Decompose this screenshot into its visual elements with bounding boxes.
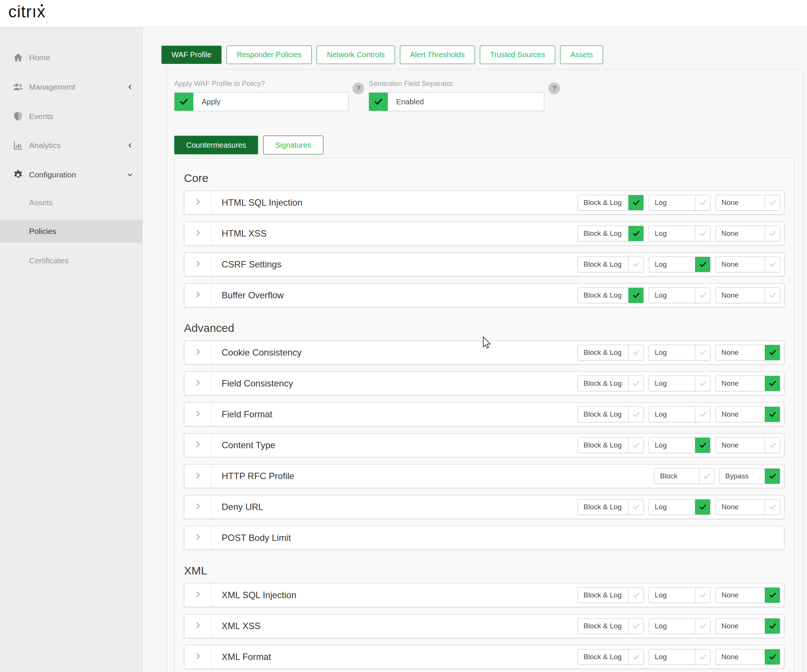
sidebar-item-management[interactable]: Management — [0, 76, 142, 98]
row-expander[interactable] — [184, 341, 211, 364]
row-expander[interactable] — [184, 403, 211, 426]
option-html-xss-log[interactable]: Log — [649, 226, 711, 242]
option-xml-sql-injection-none[interactable]: None — [716, 587, 780, 603]
row-expander[interactable] — [184, 614, 211, 638]
chevron-right-icon — [193, 533, 203, 543]
tab-signatures[interactable]: Signatures — [263, 136, 324, 154]
option-cookie-consistency-none[interactable]: None — [716, 345, 780, 361]
unchecked-checkbox-icon — [628, 438, 643, 453]
sidebar-item-configuration[interactable]: Configuration — [0, 164, 142, 186]
option-xml-xss-block-log[interactable]: Block & Log — [578, 618, 644, 634]
sidebar-item-label: Policies — [29, 227, 56, 236]
option-field-format-log[interactable]: Log — [649, 406, 711, 422]
option-html-sql-injection-log[interactable]: Log — [649, 195, 711, 210]
row-expander[interactable] — [184, 465, 211, 488]
sidebar-item-home[interactable]: Home — [0, 47, 142, 69]
chevron-right-icon — [193, 440, 203, 450]
option-label: Block & Log — [578, 345, 628, 360]
option-deny-url-none[interactable]: None — [716, 499, 780, 515]
option-xml-xss-none[interactable]: None — [716, 618, 780, 634]
tab-trusted-sources[interactable]: Trusted Sources — [480, 46, 555, 64]
option-content-type-log[interactable]: Log — [649, 437, 711, 453]
unchecked-checkbox-icon — [699, 468, 714, 484]
option-xml-format-block-log[interactable]: Block & Log — [578, 649, 644, 665]
option-html-xss-block-log[interactable]: Block & Log — [578, 226, 644, 242]
option-xml-format-log[interactable]: Log — [649, 649, 711, 665]
option-html-xss-none[interactable]: None — [716, 226, 780, 242]
countermeasures-panel: Core HTML SQL Injection Block & Log Log … — [174, 158, 794, 672]
option-field-format-block-log[interactable]: Block & Log — [578, 406, 644, 422]
citrix-logo: citrıx. — [8, 2, 48, 25]
row-expander[interactable] — [184, 434, 211, 457]
row-expander[interactable] — [184, 222, 211, 245]
chevron-right-icon — [193, 409, 203, 420]
option-buffer-overflow-log[interactable]: Log — [649, 287, 711, 303]
tab-waf-profile[interactable]: WAF Profile — [161, 46, 222, 64]
tab-network-controls[interactable]: Network Controls — [317, 46, 395, 64]
sidebar-item-assets[interactable]: Assets — [0, 192, 142, 214]
countermeasure-title: HTML XSS — [222, 228, 573, 239]
option-xml-sql-injection-block-log[interactable]: Block & Log — [578, 587, 644, 603]
option-field-consistency-log[interactable]: Log — [649, 376, 711, 391]
option-content-type-block-log[interactable]: Block & Log — [578, 437, 644, 453]
checked-checkbox-icon — [765, 407, 780, 422]
unchecked-checkbox-icon — [695, 195, 710, 210]
option-deny-url-block-log[interactable]: Block & Log — [578, 499, 644, 515]
countermeasure-title: Buffer Overflow — [222, 290, 573, 301]
option-content-type-none[interactable]: None — [716, 437, 780, 453]
section-advanced: Advanced Cookie Consistency Block & Log … — [184, 314, 784, 550]
sidebar-item-policies[interactable]: Policies — [0, 220, 142, 242]
option-field-format-none[interactable]: None — [716, 406, 780, 422]
logo-x-dot-icon — [41, 4, 43, 7]
option-deny-url-log[interactable]: Log — [649, 499, 711, 515]
help-icon[interactable]: ? — [548, 83, 560, 94]
option-http-rfc-profile-bypass[interactable]: Bypass — [719, 468, 780, 484]
tab-responder-policies[interactable]: Responder Policies — [226, 46, 312, 64]
option-xml-format-none[interactable]: None — [716, 649, 780, 665]
row-expander[interactable] — [184, 253, 211, 276]
sidebar-item-events[interactable]: Events — [0, 106, 142, 127]
row-expander[interactable] — [184, 191, 211, 214]
option-buffer-overflow-block-log[interactable]: Block & Log — [578, 287, 644, 303]
row-xml-xss: XML XSS Block & Log Log None — [184, 614, 784, 638]
option-cookie-consistency-log[interactable]: Log — [649, 345, 711, 361]
waf-profile-panel: Apply WAF Profile to Policy? Apply ? Sem… — [167, 69, 803, 672]
unchecked-checkbox-icon — [628, 257, 643, 272]
row-expander[interactable] — [184, 526, 211, 550]
option-label: None — [716, 376, 765, 391]
option-html-sql-injection-block-log[interactable]: Block & Log — [578, 195, 644, 210]
row-expander[interactable] — [184, 372, 211, 395]
option-csrf-settings-log[interactable]: Log — [649, 257, 711, 272]
unchecked-checkbox-icon — [765, 195, 780, 210]
option-label: Block & Log — [578, 195, 628, 210]
row-expander[interactable] — [184, 495, 211, 519]
option-csrf-settings-none[interactable]: None — [716, 257, 780, 272]
checked-checkbox-icon — [765, 468, 780, 484]
option-html-sql-injection-none[interactable]: None — [716, 195, 780, 210]
option-cookie-consistency-block-log[interactable]: Block & Log — [578, 345, 644, 361]
sidebar-item-certificates[interactable]: Certificates — [0, 250, 142, 271]
unchecked-checkbox-icon — [628, 345, 643, 360]
help-icon[interactable]: ? — [352, 83, 364, 94]
option-http-rfc-profile-block[interactable]: Block — [654, 468, 714, 484]
form-field-checkbox[interactable]: Enabled — [369, 92, 544, 111]
option-xml-xss-log[interactable]: Log — [649, 618, 711, 634]
row-buffer-overflow: Buffer Overflow Block & Log Log None — [184, 283, 784, 307]
row-content-type: Content Type Block & Log Log None — [184, 433, 784, 457]
option-field-consistency-block-log[interactable]: Block & Log — [578, 376, 644, 391]
sidebar-item-analytics[interactable]: Analytics — [0, 134, 142, 156]
option-label: Log — [649, 345, 695, 360]
option-xml-sql-injection-log[interactable]: Log — [649, 587, 711, 603]
option-buffer-overflow-none[interactable]: None — [716, 287, 780, 303]
form-field-checkbox[interactable]: Apply — [174, 92, 349, 111]
tab-alert-thresholds[interactable]: Alert Thresholds — [400, 46, 475, 64]
unchecked-checkbox-icon — [628, 500, 643, 515]
form-field-label: Apply WAF Profile to Policy? — [174, 79, 349, 88]
tab-countermeasures[interactable]: Countermeasures — [174, 136, 258, 154]
option-field-consistency-none[interactable]: None — [716, 376, 780, 391]
option-csrf-settings-block-log[interactable]: Block & Log — [578, 257, 644, 272]
row-expander[interactable] — [184, 284, 211, 307]
row-expander[interactable] — [184, 645, 211, 669]
row-expander[interactable] — [184, 583, 211, 607]
tab-assets[interactable]: Assets — [560, 46, 603, 64]
